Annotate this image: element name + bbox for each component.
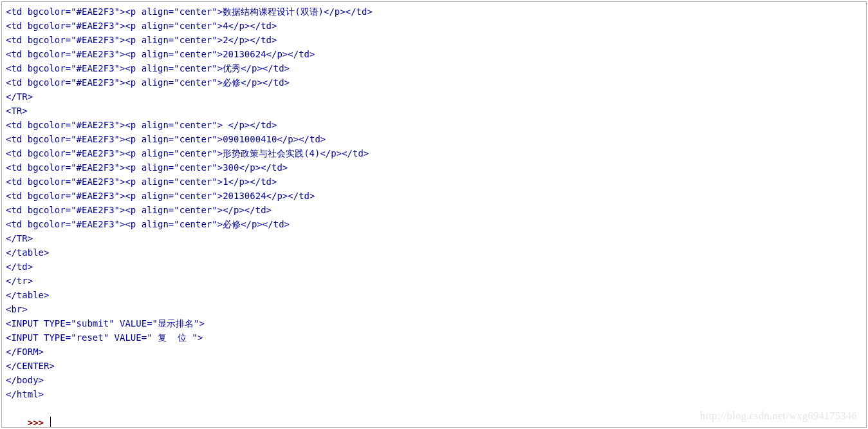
code-line: <INPUT TYPE="submit" VALUE="显示排名"> <box>6 316 862 330</box>
code-line: </body> <box>6 373 862 387</box>
code-line: <td bgcolor="#EAE2F3"><p align="center">… <box>6 19 862 33</box>
python-shell-output[interactable]: <td bgcolor="#EAE2F3"><p align="center">… <box>1 1 867 428</box>
code-line: <td bgcolor="#EAE2F3"><p align="center">… <box>6 132 862 146</box>
code-line: </html> <box>6 387 862 401</box>
code-line: <INPUT TYPE="reset" VALUE=" 复 位 "> <box>6 330 862 345</box>
shell-prompt: >>> <box>28 417 50 428</box>
prompt-line[interactable]: >>> <box>6 401 862 429</box>
code-line: <br> <box>6 302 862 316</box>
code-line: </CENTER> <box>6 359 862 373</box>
code-line: <td bgcolor="#EAE2F3"><p align="center">… <box>6 75 862 90</box>
code-line: </TR> <box>6 90 862 104</box>
code-line: <td bgcolor="#EAE2F3"><p align="center">… <box>6 33 862 47</box>
code-line: <td bgcolor="#EAE2F3"><p align="center">… <box>6 189 862 203</box>
code-line: <td bgcolor="#EAE2F3"><p align="center">… <box>6 203 862 217</box>
code-line: </tr> <box>6 274 862 288</box>
code-line: </TR> <box>6 231 862 245</box>
code-line: <td bgcolor="#EAE2F3"><p align="center">… <box>6 5 862 19</box>
code-line: <td bgcolor="#EAE2F3"><p align="center">… <box>6 217 862 231</box>
code-line: <td bgcolor="#EAE2F3"><p align="center">… <box>6 146 862 160</box>
cursor-icon <box>50 417 51 427</box>
code-line: <td bgcolor="#EAE2F3"><p align="center">… <box>6 160 862 175</box>
code-line: </table> <box>6 245 862 260</box>
code-line: </td> <box>6 260 862 274</box>
code-line: </FORM> <box>6 345 862 359</box>
code-line: <TR> <box>6 104 862 118</box>
code-line: </table> <box>6 288 862 302</box>
code-line: <td bgcolor="#EAE2F3"><p align="center">… <box>6 47 862 61</box>
code-line: <td bgcolor="#EAE2F3"><p align="center">… <box>6 118 862 132</box>
code-line: <td bgcolor="#EAE2F3"><p align="center">… <box>6 61 862 75</box>
code-line: <td bgcolor="#EAE2F3"><p align="center">… <box>6 175 862 189</box>
